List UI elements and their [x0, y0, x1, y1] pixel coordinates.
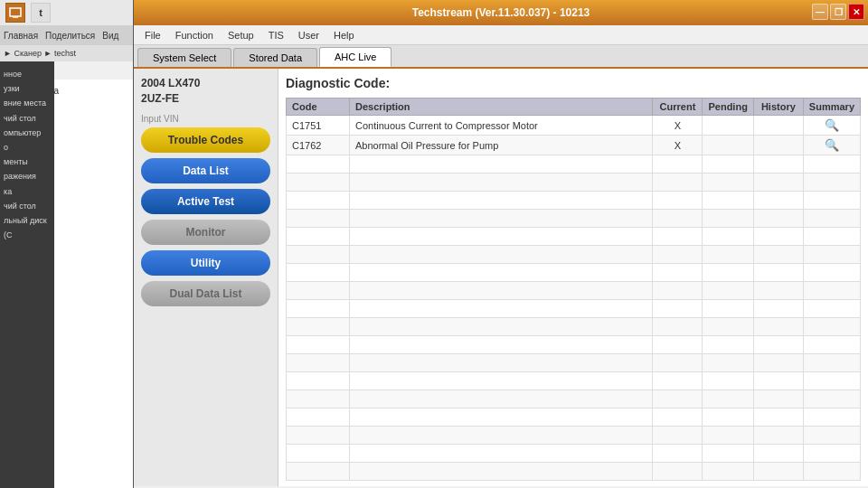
menu-function[interactable]: Function [168, 28, 221, 42]
table-row [287, 228, 861, 246]
nav-item-7[interactable]: менты [4, 155, 51, 169]
history-cell [753, 136, 803, 155]
description-cell: Continuous Current to Compressor Motor [350, 116, 653, 136]
explorer-header: t [0, 0, 133, 25]
menu-setup[interactable]: Setup [221, 28, 261, 42]
app-icon-2: t [31, 3, 51, 23]
table-row [287, 354, 861, 372]
content-area: 2004 LX470 2UZ-FE Input VIN Trouble Code… [134, 69, 868, 486]
vehicle-year-model: 2004 LX470 [141, 76, 270, 91]
monitor-button[interactable]: Monitor [141, 220, 270, 245]
diagnostic-title: Diagnostic Code: [286, 76, 861, 90]
table-row [287, 336, 861, 354]
svg-rect-0 [10, 8, 21, 16]
table-row: C1751 Continuous Current to Compressor M… [287, 116, 861, 136]
table-row [287, 427, 861, 445]
pending-cell [703, 136, 753, 155]
table-row [287, 264, 861, 282]
nav-item-8[interactable]: ражения [4, 169, 51, 183]
vehicle-info: 2004 LX470 2UZ-FE [141, 76, 270, 107]
menu-tis[interactable]: TIS [261, 28, 291, 42]
col-header-history: History [753, 99, 803, 116]
left-sidebar-nav: нное узки вние места чий стол омпьютер о… [0, 61, 54, 488]
title-bar: Techstream (Ver.11.30.037) - 10213 — ❐ ✕ [134, 0, 868, 25]
table-row [287, 155, 861, 174]
tab-ahc-live[interactable]: AHC Live [319, 47, 392, 67]
nav-item-2[interactable]: узки [4, 81, 51, 96]
table-row [287, 174, 861, 192]
magnify-icon-1[interactable]: 🔍 [825, 118, 839, 132]
nav-glavnaya[interactable]: Главная [4, 31, 38, 41]
tab-bar: System Select Stored Data AHC Live [134, 45, 868, 69]
diagnostic-table: Code Description Current Pending History… [286, 98, 861, 481]
close-button[interactable]: ✕ [848, 4, 864, 20]
table-row [287, 445, 861, 463]
trouble-codes-button[interactable]: Trouble Codes [141, 127, 270, 153]
table-row [287, 246, 861, 264]
current-cell: X [653, 136, 703, 155]
code-cell: C1751 [287, 116, 350, 136]
diagnostic-area: Diagnostic Code: Code Description Curren… [278, 69, 868, 486]
table-row [287, 408, 861, 427]
tab-stored-data[interactable]: Stored Data [233, 48, 317, 67]
description-cell: Abnormal Oil Pressure for Pump [350, 136, 653, 155]
col-header-code: Code [287, 99, 350, 116]
nav-item-4[interactable]: чий стол [4, 111, 51, 126]
col-header-description: Description [350, 99, 653, 116]
magnify-icon-2[interactable]: 🔍 [825, 138, 839, 152]
menu-file[interactable]: File [137, 28, 168, 42]
pending-cell [703, 116, 753, 136]
nav-podelitsya[interactable]: Поделиться [45, 31, 95, 41]
minimize-button[interactable]: — [812, 4, 828, 20]
utility-button[interactable]: Utility [141, 250, 270, 276]
file-explorer-panel: t Главная Поделиться Вид ► Сканер ► tech… [0, 0, 134, 488]
menu-user[interactable]: User [291, 28, 326, 42]
nav-item-9[interactable]: ка [4, 184, 51, 199]
vin-label: Input VIN [141, 114, 270, 124]
dual-data-list-button[interactable]: Dual Data List [141, 281, 270, 306]
table-row [287, 300, 861, 318]
history-cell [753, 116, 803, 136]
app-icon-1 [5, 3, 25, 23]
nav-vid[interactable]: Вид [102, 31, 118, 41]
menu-bar: File Function Setup TIS User Help [134, 25, 868, 45]
nav-item-10[interactable]: чий стол [4, 199, 51, 213]
nav-item-5[interactable]: омпьютер [4, 126, 51, 140]
col-header-summary: Summary [803, 99, 860, 116]
restore-button[interactable]: ❐ [830, 4, 846, 20]
summary-cell[interactable]: 🔍 [803, 116, 860, 136]
window-controls: — ❐ ✕ [812, 4, 864, 20]
techstream-window: Techstream (Ver.11.30.037) - 10213 — ❐ ✕… [134, 0, 868, 488]
code-cell: C1762 [287, 136, 350, 155]
vehicle-sidebar: 2004 LX470 2UZ-FE Input VIN Trouble Code… [134, 69, 278, 486]
explorer-nav: Главная Поделиться Вид [0, 25, 133, 45]
table-row [287, 390, 861, 408]
table-row [287, 192, 861, 210]
menu-help[interactable]: Help [326, 28, 362, 42]
col-header-pending: Pending [703, 99, 753, 116]
current-cell: X [653, 116, 703, 136]
table-row [287, 210, 861, 228]
nav-item-3[interactable]: вние места [4, 96, 51, 110]
table-row [287, 372, 861, 390]
table-row: C1762 Abnormal Oil Pressure for Pump X 🔍 [287, 136, 861, 155]
table-row [287, 282, 861, 300]
breadcrumb: ► Сканер ► techst [0, 45, 133, 61]
vehicle-engine: 2UZ-FE [141, 91, 270, 107]
active-test-button[interactable]: Active Test [141, 189, 270, 214]
summary-cell[interactable]: 🔍 [803, 136, 860, 155]
table-row [287, 318, 861, 336]
window-title: Techstream (Ver.11.30.037) - 10213 [412, 6, 590, 19]
table-row [287, 463, 861, 481]
tab-system-select[interactable]: System Select [137, 48, 231, 67]
nav-item-11[interactable]: льный диск (C [4, 213, 51, 242]
col-header-current: Current [653, 99, 703, 116]
nav-item-6[interactable]: о [4, 140, 51, 155]
nav-item-1[interactable]: нное [4, 67, 51, 81]
data-list-button[interactable]: Data List [141, 158, 270, 183]
